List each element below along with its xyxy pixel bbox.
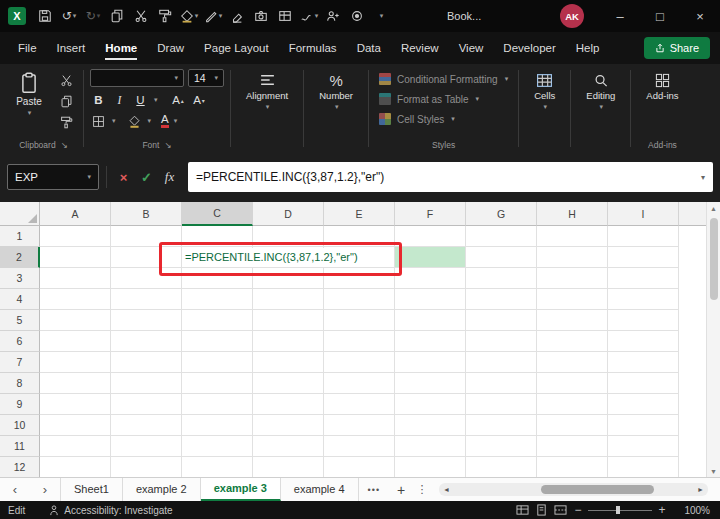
cell-g2[interactable]	[466, 247, 537, 268]
cell[interactable]	[324, 310, 395, 331]
cut-icon[interactable]	[55, 72, 77, 88]
cell[interactable]	[182, 394, 253, 415]
cell[interactable]	[537, 436, 608, 457]
borders-dropdown-icon[interactable]: ▾	[112, 117, 116, 125]
cell[interactable]	[111, 310, 182, 331]
zoom-level[interactable]: 100%	[670, 505, 710, 516]
formula-input[interactable]: =PERCENTILE.INC({3,87,1.2},"er") ▾	[188, 162, 713, 192]
cell[interactable]	[111, 394, 182, 415]
cell[interactable]	[395, 352, 466, 373]
font-dialog-launcher-icon[interactable]: ↘	[164, 140, 171, 150]
cell[interactable]	[40, 352, 111, 373]
table-icon[interactable]	[273, 4, 297, 28]
cell[interactable]	[182, 436, 253, 457]
page-layout-view-icon[interactable]	[532, 504, 551, 516]
fill-color-dropdown-icon[interactable]: ▾	[195, 12, 199, 20]
increase-font-size-button[interactable]: A▴	[170, 92, 187, 108]
cell[interactable]	[40, 289, 111, 310]
signature-dropdown-icon[interactable]: ▾	[315, 12, 319, 20]
menu-tab-formulas[interactable]: Formulas	[279, 32, 347, 64]
cell[interactable]	[40, 226, 111, 247]
row-header-8[interactable]: 8	[0, 373, 40, 394]
cell[interactable]	[608, 352, 679, 373]
menu-tab-developer[interactable]: Developer	[493, 32, 565, 64]
cell[interactable]	[253, 394, 324, 415]
sheet-nav-left-icon[interactable]: ‹	[0, 482, 30, 497]
account-avatar[interactable]: AK	[560, 4, 584, 28]
cell[interactable]	[608, 457, 679, 477]
cell[interactable]	[395, 457, 466, 477]
accessibility-status[interactable]: Accessibility: Investigate	[64, 505, 172, 516]
cell[interactable]	[324, 394, 395, 415]
paste-dropdown-icon[interactable]: ▾	[28, 109, 32, 117]
cell[interactable]	[324, 457, 395, 477]
row-header-5[interactable]: 5	[0, 310, 40, 331]
cell[interactable]	[253, 310, 324, 331]
alignment-button[interactable]: Alignment ▾	[237, 69, 297, 111]
cell[interactable]	[395, 415, 466, 436]
share-button[interactable]: Share	[644, 37, 710, 59]
format-as-table-button[interactable]: Format as Table ▾	[375, 89, 512, 109]
menu-tab-view[interactable]: View	[449, 32, 494, 64]
number-button[interactable]: % Number ▾	[310, 69, 362, 111]
zoom-slider[interactable]	[588, 504, 652, 516]
italic-button[interactable]: I	[111, 92, 128, 108]
cell[interactable]	[324, 415, 395, 436]
cell[interactable]	[253, 457, 324, 477]
menu-tab-review[interactable]: Review	[391, 32, 449, 64]
draw-pen-icon[interactable]: ▾	[201, 4, 225, 28]
menu-tab-home[interactable]: Home	[95, 32, 147, 64]
cell[interactable]	[608, 436, 679, 457]
cell[interactable]	[466, 310, 537, 331]
scroll-right-icon[interactable]: ►	[697, 486, 704, 493]
cell[interactable]	[111, 352, 182, 373]
cell[interactable]	[324, 436, 395, 457]
column-header-a[interactable]: A	[40, 202, 111, 226]
cell[interactable]	[466, 415, 537, 436]
cell[interactable]	[608, 226, 679, 247]
cell[interactable]	[395, 226, 466, 247]
cell[interactable]	[40, 436, 111, 457]
cell[interactable]	[608, 394, 679, 415]
cell[interactable]	[608, 415, 679, 436]
eraser-icon[interactable]	[225, 4, 249, 28]
page-break-view-icon[interactable]	[551, 504, 570, 516]
sheet-options-icon[interactable]: ⋮	[413, 483, 431, 496]
cell[interactable]	[537, 289, 608, 310]
cell[interactable]	[40, 394, 111, 415]
cell[interactable]	[253, 289, 324, 310]
formula-bar-expand-icon[interactable]: ▾	[701, 173, 705, 182]
paste-button[interactable]: Paste ▾	[10, 69, 48, 130]
zoom-slider-thumb[interactable]	[616, 506, 620, 514]
undo-icon[interactable]: ↺▾	[57, 4, 81, 28]
cell[interactable]	[253, 436, 324, 457]
column-header-h[interactable]: H	[537, 202, 608, 226]
row-header-2[interactable]: 2	[0, 247, 40, 268]
cell[interactable]	[537, 373, 608, 394]
column-header-e[interactable]: E	[324, 202, 395, 226]
cell[interactable]	[253, 268, 324, 289]
cell[interactable]	[537, 226, 608, 247]
cell[interactable]	[466, 394, 537, 415]
sheet-tab-example-2[interactable]: example 2	[123, 478, 201, 501]
cell[interactable]	[537, 352, 608, 373]
scroll-up-icon[interactable]: ▲	[710, 202, 717, 216]
clipboard-dialog-launcher-icon[interactable]: ↘	[61, 140, 68, 150]
undo-dropdown-icon[interactable]: ▾	[73, 12, 77, 20]
format-painter-icon[interactable]	[153, 4, 177, 28]
cell[interactable]	[182, 310, 253, 331]
column-header-f[interactable]: F	[395, 202, 466, 226]
cell-styles-button[interactable]: Cell Styles ▾	[375, 109, 512, 129]
excel-logo-icon[interactable]: X	[8, 7, 26, 25]
cell[interactable]	[608, 268, 679, 289]
font-name-select[interactable]: ▾	[90, 69, 184, 87]
close-button[interactable]: ×	[680, 0, 720, 32]
fill-color-dropdown-icon[interactable]: ▾	[148, 117, 152, 125]
cell[interactable]	[182, 457, 253, 477]
cell-a2[interactable]	[40, 247, 111, 268]
fill-color-icon[interactable]: ▾	[177, 4, 201, 28]
cell-c2-active[interactable]: =PERCENTILE.INC({3,87,1.2},"er")	[182, 247, 253, 268]
sheet-tab-example-4[interactable]: example 4	[281, 478, 359, 501]
enter-formula-icon[interactable]: ✓	[137, 170, 156, 185]
record-icon[interactable]	[345, 4, 369, 28]
